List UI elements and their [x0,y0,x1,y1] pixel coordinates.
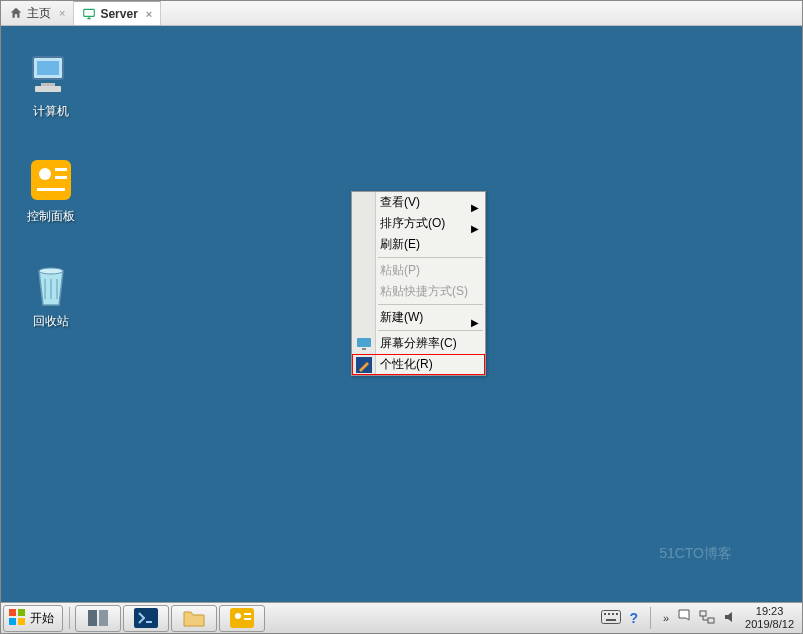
taskbar-button-server-manager[interactable] [75,605,121,632]
close-icon[interactable]: × [59,7,65,19]
svg-rect-27 [608,613,610,615]
svg-rect-20 [134,608,158,628]
menu-item-refresh[interactable]: 刷新(E) [352,234,485,255]
svg-rect-9 [37,188,65,191]
start-label: 开始 [30,610,54,627]
menu-item-label: 刷新(E) [380,234,420,255]
desktop-icon-label: 回收站 [11,313,91,330]
tab-server[interactable]: Server × [74,1,161,25]
menu-item-personalize[interactable]: 个性化(R) [352,354,485,375]
clock-time: 19:23 [745,605,794,618]
taskbar-button-control-panel[interactable] [219,605,265,632]
svg-rect-15 [18,609,25,616]
svg-rect-16 [9,618,16,625]
menu-item-paste-shortcut: 粘贴快捷方式(S) [352,281,485,302]
help-icon[interactable]: ? [629,610,638,626]
menu-item-label: 新建(W) [380,307,423,328]
svg-rect-28 [612,613,614,615]
svg-rect-23 [244,613,251,615]
menu-separator [378,304,483,305]
tab-home[interactable]: 主页 × [1,1,74,25]
svg-rect-11 [357,338,371,347]
svg-rect-18 [88,610,97,626]
taskbar: 开始 ? » 19:23 2019/8/12 [1,602,802,633]
windows-logo-icon [8,608,26,629]
watermark: 51CTO博客 [659,545,732,563]
taskbar-button-powershell[interactable] [123,605,169,632]
menu-item-label: 个性化(R) [380,354,433,375]
svg-rect-17 [18,618,25,625]
tray-chevron-icon[interactable]: » [663,612,669,624]
desktop-icon-label: 控制面板 [11,208,91,225]
menu-separator [378,257,483,258]
desktop-icon-label: 计算机 [11,103,91,120]
control-panel-icon [230,608,254,628]
tray-divider [650,607,651,629]
svg-rect-5 [31,160,71,200]
menu-item-label: 粘贴快捷方式(S) [380,281,468,302]
action-center-icon[interactable] [677,609,691,628]
monitor-icon [356,336,372,352]
menu-separator [378,330,483,331]
clock-date: 2019/8/12 [745,618,794,631]
svg-rect-24 [244,618,251,620]
close-icon[interactable]: × [146,8,152,20]
submenu-arrow-icon: ▶ [471,312,479,333]
menu-item-resolution[interactable]: 屏幕分辨率(C) [352,333,485,354]
svg-point-22 [235,613,241,619]
start-button[interactable]: 开始 [3,605,63,632]
tab-label: Server [100,7,137,21]
home-icon [9,6,23,20]
menu-item-paste: 粘贴(P) [352,260,485,281]
svg-rect-7 [55,168,67,171]
menu-item-label: 查看(V) [380,192,420,213]
clock[interactable]: 19:23 2019/8/12 [745,605,794,631]
desktop-icon-recycle-bin[interactable]: 回收站 [11,261,91,330]
svg-rect-30 [606,619,616,621]
svg-rect-14 [9,609,16,616]
svg-rect-32 [708,618,714,623]
svg-rect-25 [602,610,621,623]
network-icon[interactable] [699,610,715,627]
taskbar-divider [69,607,70,629]
menu-item-label: 屏幕分辨率(C) [380,333,457,354]
svg-rect-4 [35,86,61,92]
svg-rect-26 [604,613,606,615]
svg-rect-0 [84,9,95,16]
powershell-icon [134,608,158,628]
desktop-icon-computer[interactable]: 计算机 [11,51,91,120]
volume-icon[interactable] [723,610,737,627]
taskbar-button-explorer[interactable] [171,605,217,632]
system-tray: ? » 19:23 2019/8/12 [601,605,802,631]
recycle-bin-icon [27,261,75,309]
menu-item-sort[interactable]: 排序方式(O) ▶ [352,213,485,234]
tab-label: 主页 [27,5,51,22]
svg-rect-8 [55,176,67,179]
server-manager-icon [86,608,110,628]
tab-bar: 主页 × Server × [1,1,802,26]
keyboard-icon[interactable] [601,610,621,627]
svg-point-6 [39,168,51,180]
control-panel-icon [27,156,75,204]
computer-icon [27,51,75,99]
svg-rect-2 [37,61,59,75]
menu-item-new[interactable]: 新建(W) ▶ [352,307,485,328]
menu-item-label: 粘贴(P) [380,260,420,281]
menu-item-view[interactable]: 查看(V) ▶ [352,192,485,213]
svg-rect-31 [700,611,706,616]
svg-rect-19 [99,610,108,626]
personalize-icon [356,357,372,373]
svg-point-10 [39,268,63,274]
menu-item-label: 排序方式(O) [380,213,445,234]
svg-rect-29 [616,613,618,615]
folder-icon [182,608,206,628]
desktop[interactable]: 计算机 控制面板 回收站 51CTO博客 查看(V) ▶ 排序方式(O) ▶ 刷… [1,26,802,603]
desktop-icon-control-panel[interactable]: 控制面板 [11,156,91,225]
svg-rect-12 [362,348,366,350]
context-menu: 查看(V) ▶ 排序方式(O) ▶ 刷新(E) 粘贴(P) 粘贴快捷方式(S) … [351,191,486,376]
svg-rect-3 [41,83,55,86]
monitor-icon [82,7,96,21]
